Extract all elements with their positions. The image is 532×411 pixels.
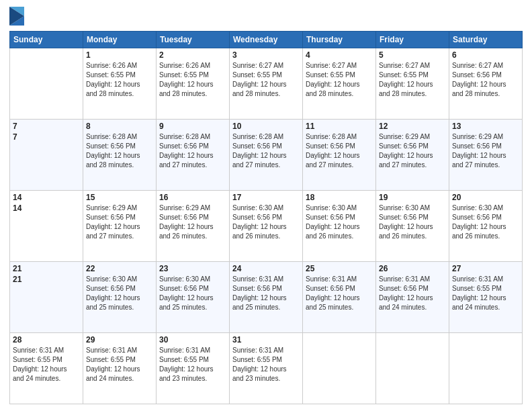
calendar-cell: 1Sunrise: 6:26 AMSunset: 6:55 PMDaylight… xyxy=(83,48,157,120)
calendar-week-4: 212122Sunrise: 6:30 AMSunset: 6:56 PMDay… xyxy=(10,262,523,333)
logo xyxy=(9,7,26,26)
calendar-week-1: 1Sunrise: 6:26 AMSunset: 6:55 PMDaylight… xyxy=(10,48,523,120)
calendar-cell xyxy=(376,333,449,404)
day-number: 6 xyxy=(452,50,519,60)
calendar-cell: 12Sunrise: 6:29 AMSunset: 6:56 PMDayligh… xyxy=(376,120,449,191)
day-info: Sunrise: 6:26 AMSunset: 6:55 PMDaylight:… xyxy=(159,61,226,99)
calendar-cell: 1414 xyxy=(10,191,83,262)
day-info: Sunrise: 6:31 AMSunset: 6:55 PMDaylight:… xyxy=(86,346,153,383)
calendar-cell: 26Sunrise: 6:31 AMSunset: 6:56 PMDayligh… xyxy=(376,262,449,333)
day-number: 12 xyxy=(379,122,446,131)
day-info: Sunrise: 6:28 AMSunset: 6:56 PMDaylight:… xyxy=(86,132,153,170)
day-number: 14 xyxy=(13,203,80,213)
day-number: 23 xyxy=(159,264,226,273)
day-info: Sunrise: 6:27 AMSunset: 6:55 PMDaylight:… xyxy=(306,61,373,99)
day-info: Sunrise: 6:29 AMSunset: 6:56 PMDaylight:… xyxy=(452,132,519,170)
calendar-week-5: 28Sunrise: 6:31 AMSunset: 6:55 PMDayligh… xyxy=(10,333,523,404)
calendar-cell: 4Sunrise: 6:27 AMSunset: 6:55 PMDaylight… xyxy=(303,48,376,120)
day-number: 21 xyxy=(13,264,80,273)
day-number: 5 xyxy=(379,50,446,60)
day-info: Sunrise: 6:31 AMSunset: 6:56 PMDaylight:… xyxy=(306,275,373,312)
day-info: Sunrise: 6:28 AMSunset: 6:56 PMDaylight:… xyxy=(306,132,373,170)
calendar-cell xyxy=(10,48,83,120)
day-number: 7 xyxy=(13,122,80,131)
day-info: Sunrise: 6:30 AMSunset: 6:56 PMDaylight:… xyxy=(159,275,226,312)
calendar-cell: 11Sunrise: 6:28 AMSunset: 6:56 PMDayligh… xyxy=(303,120,376,191)
calendar-cell: 3Sunrise: 6:27 AMSunset: 6:55 PMDaylight… xyxy=(230,48,303,120)
day-number: 26 xyxy=(379,264,446,273)
day-info: Sunrise: 6:27 AMSunset: 6:55 PMDaylight:… xyxy=(232,61,300,99)
day-number: 2 xyxy=(159,50,226,60)
day-number: 10 xyxy=(232,122,300,131)
day-info: Sunrise: 6:30 AMSunset: 6:56 PMDaylight:… xyxy=(379,203,446,241)
calendar-header-saturday: Saturday xyxy=(449,32,523,48)
page: SundayMondayTuesdayWednesdayThursdayFrid… xyxy=(0,0,532,411)
day-number: 11 xyxy=(306,122,373,131)
day-number: 13 xyxy=(452,122,519,131)
day-info: Sunrise: 6:29 AMSunset: 6:56 PMDaylight:… xyxy=(379,132,446,170)
day-info: Sunrise: 6:30 AMSunset: 6:56 PMDaylight:… xyxy=(86,275,153,312)
calendar-cell: 8Sunrise: 6:28 AMSunset: 6:56 PMDaylight… xyxy=(83,120,157,191)
calendar-header-tuesday: Tuesday xyxy=(157,32,230,48)
day-info: Sunrise: 6:30 AMSunset: 6:56 PMDaylight:… xyxy=(452,203,519,241)
day-number: 20 xyxy=(452,193,519,202)
calendar-cell: 29Sunrise: 6:31 AMSunset: 6:55 PMDayligh… xyxy=(83,333,157,404)
calendar-header-monday: Monday xyxy=(83,32,157,48)
day-number: 7 xyxy=(13,132,80,142)
calendar-cell: 15Sunrise: 6:29 AMSunset: 6:56 PMDayligh… xyxy=(83,191,157,262)
calendar-cell: 28Sunrise: 6:31 AMSunset: 6:55 PMDayligh… xyxy=(10,333,83,404)
calendar-cell: 77 xyxy=(10,120,83,191)
calendar-header-wednesday: Wednesday xyxy=(230,32,303,48)
day-info: Sunrise: 6:29 AMSunset: 6:56 PMDaylight:… xyxy=(159,203,226,241)
calendar-cell xyxy=(449,333,523,404)
calendar-cell: 16Sunrise: 6:29 AMSunset: 6:56 PMDayligh… xyxy=(157,191,230,262)
day-number: 28 xyxy=(13,335,80,345)
calendar-header-row: SundayMondayTuesdayWednesdayThursdayFrid… xyxy=(10,32,523,48)
calendar-cell: 13Sunrise: 6:29 AMSunset: 6:56 PMDayligh… xyxy=(449,120,523,191)
calendar-cell: 17Sunrise: 6:30 AMSunset: 6:56 PMDayligh… xyxy=(230,191,303,262)
day-info: Sunrise: 6:30 AMSunset: 6:56 PMDaylight:… xyxy=(306,203,373,241)
day-info: Sunrise: 6:31 AMSunset: 6:55 PMDaylight:… xyxy=(159,346,226,383)
logo-icon xyxy=(9,7,24,26)
calendar-cell: 19Sunrise: 6:30 AMSunset: 6:56 PMDayligh… xyxy=(376,191,449,262)
day-number: 18 xyxy=(306,193,373,202)
calendar-cell: 2Sunrise: 6:26 AMSunset: 6:55 PMDaylight… xyxy=(157,48,230,120)
calendar-week-2: 778Sunrise: 6:28 AMSunset: 6:56 PMDaylig… xyxy=(10,120,523,191)
calendar-cell: 9Sunrise: 6:28 AMSunset: 6:56 PMDaylight… xyxy=(157,120,230,191)
calendar-cell: 31Sunrise: 6:31 AMSunset: 6:55 PMDayligh… xyxy=(230,333,303,404)
day-number: 31 xyxy=(232,335,300,345)
day-number: 1 xyxy=(86,50,153,60)
day-number: 22 xyxy=(86,264,153,273)
calendar-table: SundayMondayTuesdayWednesdayThursdayFrid… xyxy=(9,31,523,404)
calendar-cell: 30Sunrise: 6:31 AMSunset: 6:55 PMDayligh… xyxy=(157,333,230,404)
day-info: Sunrise: 6:31 AMSunset: 6:55 PMDaylight:… xyxy=(13,346,80,383)
calendar-cell: 22Sunrise: 6:30 AMSunset: 6:56 PMDayligh… xyxy=(83,262,157,333)
day-info: Sunrise: 6:30 AMSunset: 6:56 PMDaylight:… xyxy=(232,203,300,241)
calendar-header-thursday: Thursday xyxy=(303,32,376,48)
calendar-cell: 27Sunrise: 6:31 AMSunset: 6:55 PMDayligh… xyxy=(449,262,523,333)
day-info: Sunrise: 6:28 AMSunset: 6:56 PMDaylight:… xyxy=(232,132,300,170)
day-number: 24 xyxy=(232,264,300,273)
day-number: 9 xyxy=(159,122,226,131)
day-number: 16 xyxy=(159,193,226,202)
day-info: Sunrise: 6:31 AMSunset: 6:55 PMDaylight:… xyxy=(232,346,300,383)
calendar-cell: 25Sunrise: 6:31 AMSunset: 6:56 PMDayligh… xyxy=(303,262,376,333)
day-number: 15 xyxy=(86,193,153,202)
calendar-cell: 24Sunrise: 6:31 AMSunset: 6:56 PMDayligh… xyxy=(230,262,303,333)
calendar-header-friday: Friday xyxy=(376,32,449,48)
calendar-cell: 23Sunrise: 6:30 AMSunset: 6:56 PMDayligh… xyxy=(157,262,230,333)
day-number: 30 xyxy=(159,335,226,345)
calendar-cell: 18Sunrise: 6:30 AMSunset: 6:56 PMDayligh… xyxy=(303,191,376,262)
header xyxy=(9,7,523,26)
day-info: Sunrise: 6:28 AMSunset: 6:56 PMDaylight:… xyxy=(159,132,226,170)
day-info: Sunrise: 6:31 AMSunset: 6:56 PMDaylight:… xyxy=(379,275,446,312)
day-info: Sunrise: 6:29 AMSunset: 6:56 PMDaylight:… xyxy=(86,203,153,241)
calendar-cell: 6Sunrise: 6:27 AMSunset: 6:56 PMDaylight… xyxy=(449,48,523,120)
day-info: Sunrise: 6:31 AMSunset: 6:56 PMDaylight:… xyxy=(232,275,300,312)
day-info: Sunrise: 6:31 AMSunset: 6:55 PMDaylight:… xyxy=(452,275,519,312)
day-number: 21 xyxy=(13,275,80,284)
day-number: 19 xyxy=(379,193,446,202)
calendar-header-sunday: Sunday xyxy=(10,32,83,48)
day-number: 17 xyxy=(232,193,300,202)
day-info: Sunrise: 6:27 AMSunset: 6:55 PMDaylight:… xyxy=(379,61,446,99)
